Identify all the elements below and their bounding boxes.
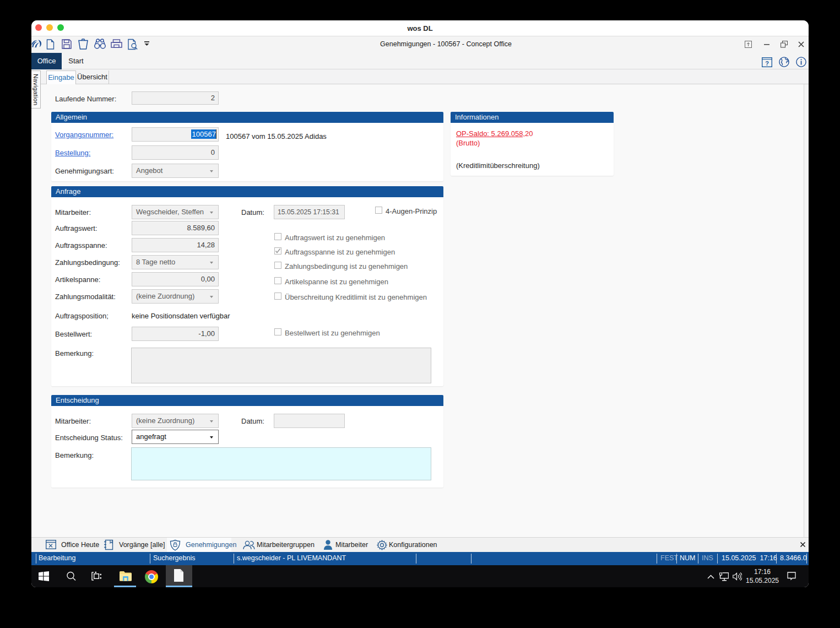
svg-text:?: ? [765, 60, 769, 67]
